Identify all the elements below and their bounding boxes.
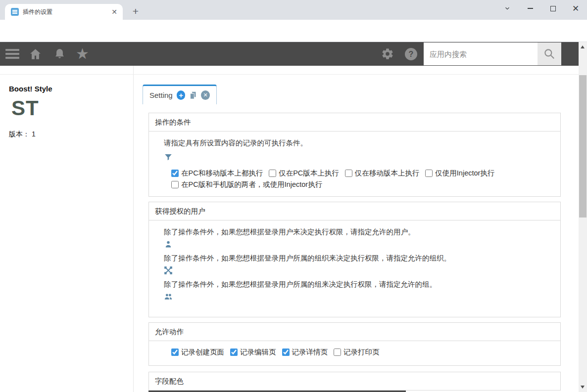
minimize-button[interactable]	[519, 0, 541, 17]
checkbox-input[interactable]	[269, 170, 276, 177]
checkbox-label: 仅在PC版本上执行	[279, 169, 339, 178]
section-authorized-users: 获得授权的用户 除了操作条件外，如果您想根据登录用户来决定执行权限，请指定允许的…	[148, 202, 561, 317]
checkbox-input[interactable]	[282, 348, 290, 356]
tab-close-icon[interactable]: ✕	[110, 7, 119, 16]
section-body: 请指定具有所设置内容的记录的可执行条件。 在PC和移动版本上都执行	[148, 131, 561, 197]
plugin-logo: ST	[11, 96, 39, 120]
hamburger-menu-icon[interactable]	[5, 49, 19, 59]
plugin-config-page: Boost! Style ST 版本： 1 Setting + ✕ 操作的条件 …	[0, 66, 579, 392]
section-title: 允许动作	[148, 322, 561, 341]
checkbox-input[interactable]	[425, 170, 433, 177]
filter-icon[interactable]	[164, 153, 173, 162]
browser-toolbar: pandafirm.cybozu.com/k/admin/app/1803/pl…	[0, 20, 587, 42]
section-title: 获得授权的用户	[148, 202, 561, 220]
scrollbar-thumb[interactable]	[579, 75, 587, 218]
checkbox-label: 记录编辑页	[240, 348, 276, 357]
checkbox-record-edit-page[interactable]: 记录编辑页	[230, 348, 276, 357]
checkbox-record-detail-page[interactable]: 记录详情页	[282, 348, 328, 357]
tab-setting-label: Setting	[149, 91, 173, 99]
authorized-users-item: 除了操作条件外，如果您想根据登录用户来决定执行权限，请指定允许的用户。	[164, 227, 560, 249]
plugin-sidebar: Boost! Style ST 版本： 1	[0, 66, 134, 392]
checkbox-label: 仅使用Injector执行	[435, 169, 494, 178]
authorized-groups-item: 除了操作条件外，如果您想根据登录用户所属的组来决定执行权限，请指定允许的组。	[164, 280, 560, 301]
checkbox-label: 在PC版和手机版的两者，或使用Injector执行	[181, 180, 322, 189]
tab-setting[interactable]: Setting + ✕	[143, 85, 217, 104]
tab-title: 插件的设置	[23, 8, 106, 16]
checkbox-label: 记录详情页	[292, 348, 328, 357]
checkbox-run-mobile-only[interactable]: 仅在移动版本上执行	[345, 169, 420, 178]
section-title: 字段配色	[148, 372, 561, 391]
tab-search-chevron-icon[interactable]	[496, 0, 519, 17]
section-operation-conditions: 操作的条件 请指定具有所设置内容的记录的可执行条件。 在PC和移动版本上都执行	[148, 113, 561, 197]
tab-favicon-icon	[11, 8, 19, 16]
checkbox-run-pc-only[interactable]: 仅在PC版本上执行	[269, 169, 339, 178]
scrollbar-up-arrow[interactable]	[581, 45, 585, 48]
authorized-groups-description: 除了操作条件外，如果您想根据登录用户所属的组来决定执行权限，请指定允许的组。	[164, 280, 560, 289]
checkbox-record-create-page[interactable]: 记录创建页面	[171, 348, 224, 357]
plugin-config-main: Setting + ✕ 操作的条件 请指定具有所设置内容的记录的可执行条件。	[143, 66, 570, 392]
favorites-star-icon[interactable]: ★	[76, 45, 89, 63]
section-title: 操作的条件	[148, 113, 561, 131]
checkbox-input[interactable]	[345, 170, 352, 177]
operation-description: 请指定具有所设置内容的记录的可执行条件。	[164, 138, 560, 148]
home-icon[interactable]	[29, 47, 42, 61]
window-controls: ✕	[496, 0, 587, 17]
plugin-version: 版本： 1	[9, 130, 36, 139]
add-tab-icon[interactable]: +	[177, 90, 186, 100]
checkbox-input[interactable]	[171, 348, 179, 356]
authorized-users-description: 除了操作条件外，如果您想根据登录用户来决定执行权限，请指定允许的用户。	[164, 227, 560, 237]
checkbox-injector-only[interactable]: 仅使用Injector执行	[425, 169, 494, 178]
checkbox-label: 仅在移动版本上执行	[355, 169, 420, 178]
browser-titlebar: 插件的设置 ✕ + ✕	[0, 0, 587, 20]
in-app-search-input[interactable]	[424, 43, 538, 65]
checkbox-input[interactable]	[334, 348, 341, 356]
allowed-actions-options: 记录创建页面 记录编辑页 记录详情页 记录打印页	[171, 348, 560, 357]
operation-options: 在PC和移动版本上都执行 仅在PC版本上执行 仅在移动版本上执行	[171, 169, 560, 189]
checkbox-input[interactable]	[171, 181, 179, 188]
checkbox-run-pc-and-mobile[interactable]: 在PC和移动版本上都执行	[171, 169, 263, 178]
notifications-bell-icon[interactable]	[53, 47, 66, 60]
checkbox-label: 记录创建页面	[181, 348, 224, 357]
settings-gear-icon[interactable]	[381, 47, 394, 60]
organization-icon[interactable]	[164, 266, 173, 275]
section-allowed-actions: 允许动作 记录创建页面 记录编辑页 记录详情页	[148, 322, 561, 366]
checkbox-label: 记录打印页	[343, 348, 380, 357]
new-tab-button[interactable]: +	[129, 5, 143, 19]
help-icon[interactable]: ?	[405, 48, 417, 60]
checkbox-record-print-page[interactable]: 记录打印页	[334, 348, 380, 357]
section-field-colors: 字段配色	[148, 372, 561, 392]
scrollbar-down-arrow[interactable]	[581, 386, 585, 389]
remove-tab-icon[interactable]: ✕	[201, 90, 210, 100]
search-magnifier-icon	[543, 47, 556, 60]
authorized-orgs-description: 除了操作条件外，如果您想根据登录用户所属的组织来决定执行权限，请指定允许的组织。	[164, 254, 560, 263]
checkbox-both-or-injector[interactable]: 在PC版和手机版的两者，或使用Injector执行	[171, 180, 322, 189]
plugin-name: Boost! Style	[9, 85, 52, 93]
checkbox-input[interactable]	[230, 348, 238, 356]
close-window-button[interactable]: ✕	[564, 0, 587, 17]
maximize-button[interactable]	[541, 0, 564, 17]
config-sections: 操作的条件 请指定具有所设置内容的记录的可执行条件。 在PC和移动版本上都执行	[148, 113, 561, 392]
group-icon[interactable]	[164, 292, 173, 301]
page-scrollbar[interactable]	[579, 42, 587, 392]
section-body: 记录创建页面 记录编辑页 记录详情页 记录打印页	[148, 341, 561, 366]
search-button[interactable]	[538, 43, 561, 65]
user-icon[interactable]	[164, 240, 173, 249]
section-body: 除了操作条件外，如果您想根据登录用户来决定执行权限，请指定允许的用户。 除了操作…	[148, 220, 561, 317]
browser-tab[interactable]: 插件的设置 ✕	[5, 4, 123, 20]
checkbox-input[interactable]	[171, 170, 179, 177]
duplicate-tab-icon[interactable]	[189, 91, 197, 100]
authorized-orgs-item: 除了操作条件外，如果您想根据登录用户所属的组织来决定执行权限，请指定允许的组织。	[164, 254, 560, 275]
checkbox-label: 在PC和移动版本上都执行	[181, 169, 263, 178]
kintone-header: ★ ?	[0, 42, 579, 66]
